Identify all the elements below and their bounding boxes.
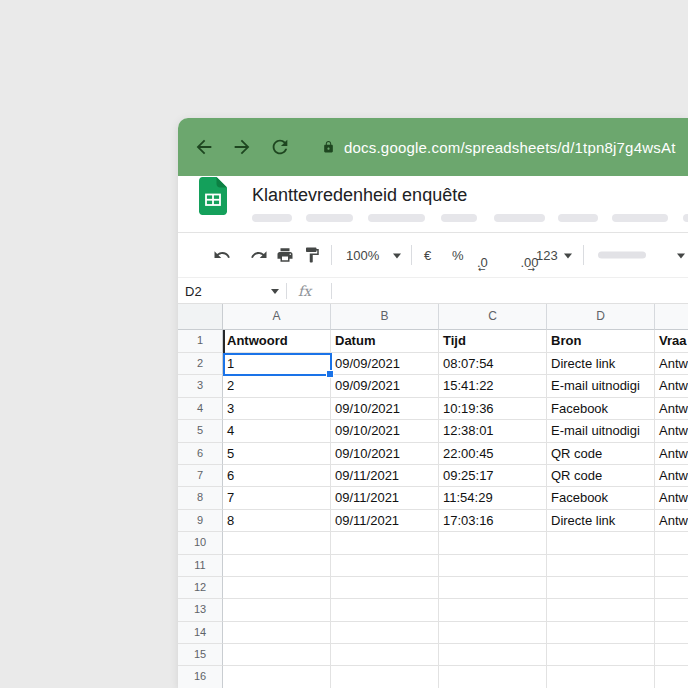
cell-D6[interactable]: QR code bbox=[547, 443, 655, 465]
menu-item-placeholder[interactable] bbox=[612, 214, 668, 222]
cell-A16[interactable] bbox=[223, 666, 331, 688]
cell-E6[interactable]: Antw bbox=[655, 443, 688, 465]
row-header-16[interactable]: 16 bbox=[178, 666, 223, 688]
row-header-9[interactable]: 9 bbox=[178, 510, 223, 532]
selected-cell-outline[interactable] bbox=[223, 353, 332, 376]
cell-A4[interactable]: 3 bbox=[223, 398, 331, 420]
cell-D12[interactable] bbox=[547, 577, 655, 599]
cell-A12[interactable] bbox=[223, 577, 331, 599]
select-all-corner[interactable] bbox=[178, 304, 223, 330]
number-format-button[interactable]: 123 bbox=[536, 247, 572, 262]
column-header-A[interactable]: A bbox=[223, 304, 331, 330]
cell-A6[interactable]: 5 bbox=[223, 443, 331, 465]
column-header-C[interactable]: C bbox=[439, 304, 547, 330]
row-header-11[interactable]: 11 bbox=[178, 555, 223, 577]
cell-B5[interactable]: 09/10/2021 bbox=[331, 420, 439, 442]
cell-A3[interactable]: 2 bbox=[223, 375, 331, 397]
row-header-1[interactable]: 1 bbox=[178, 330, 223, 353]
cell-E5[interactable]: Antw bbox=[655, 420, 688, 442]
cell-B1[interactable]: Datum bbox=[331, 330, 439, 353]
cell-B7[interactable]: 09/11/2021 bbox=[331, 465, 439, 487]
document-title[interactable]: Klanttevredenheid enquête bbox=[252, 185, 467, 206]
chevron-down-icon[interactable] bbox=[271, 289, 279, 294]
cell-C13[interactable] bbox=[439, 599, 547, 621]
cell-C3[interactable]: 15:41:22 bbox=[439, 375, 547, 397]
cell-A1[interactable]: Antwoord bbox=[223, 330, 331, 353]
row-header-4[interactable]: 4 bbox=[178, 398, 223, 420]
cell-C8[interactable]: 11:54:29 bbox=[439, 487, 547, 509]
cell-E11[interactable] bbox=[655, 555, 688, 577]
cell-B16[interactable] bbox=[331, 666, 439, 688]
column-header-E[interactable]: E bbox=[655, 304, 688, 330]
cell-D2[interactable]: Directe link bbox=[547, 353, 655, 375]
cell-C16[interactable] bbox=[439, 666, 547, 688]
cell-D1[interactable]: Bron bbox=[547, 330, 655, 353]
cell-D4[interactable]: Facebook bbox=[547, 398, 655, 420]
cell-A14[interactable] bbox=[223, 622, 331, 644]
cell-A13[interactable] bbox=[223, 599, 331, 621]
print-button[interactable] bbox=[276, 246, 294, 264]
cell-E4[interactable]: Antw bbox=[655, 398, 688, 420]
cell-D15[interactable] bbox=[547, 644, 655, 666]
cell-C10[interactable] bbox=[439, 532, 547, 554]
column-header-B[interactable]: B bbox=[331, 304, 439, 330]
cell-B11[interactable] bbox=[331, 555, 439, 577]
cell-C11[interactable] bbox=[439, 555, 547, 577]
row-header-6[interactable]: 6 bbox=[178, 443, 223, 465]
cell-B15[interactable] bbox=[331, 644, 439, 666]
cell-E12[interactable] bbox=[655, 577, 688, 599]
cell-B9[interactable]: 09/11/2021 bbox=[331, 510, 439, 532]
forward-icon[interactable] bbox=[231, 136, 253, 158]
cell-A5[interactable]: 4 bbox=[223, 420, 331, 442]
cell-B13[interactable] bbox=[331, 599, 439, 621]
percent-format-button[interactable]: % bbox=[452, 247, 464, 262]
cell-E1[interactable]: Vraa bbox=[655, 330, 688, 353]
menu-item-placeholder[interactable] bbox=[494, 214, 545, 222]
row-header-2[interactable]: 2 bbox=[178, 353, 223, 375]
cell-A11[interactable] bbox=[223, 555, 331, 577]
cell-D5[interactable]: E-mail uitnodigi bbox=[547, 420, 655, 442]
cell-C2[interactable]: 08:07:54 bbox=[439, 353, 547, 375]
cell-B6[interactable]: 09/10/2021 bbox=[331, 443, 439, 465]
cell-B8[interactable]: 09/11/2021 bbox=[331, 487, 439, 509]
more-dropdown-button[interactable] bbox=[677, 247, 685, 262]
cell-D9[interactable]: Directe link bbox=[547, 510, 655, 532]
cell-E15[interactable] bbox=[655, 644, 688, 666]
menu-item-placeholder[interactable] bbox=[252, 214, 292, 222]
cell-A15[interactable] bbox=[223, 644, 331, 666]
menu-item-placeholder[interactable] bbox=[368, 214, 425, 222]
cell-C15[interactable] bbox=[439, 644, 547, 666]
cell-A8[interactable]: 7 bbox=[223, 487, 331, 509]
cell-C6[interactable]: 22:00:45 bbox=[439, 443, 547, 465]
row-header-3[interactable]: 3 bbox=[178, 375, 223, 397]
cell-D16[interactable] bbox=[547, 666, 655, 688]
row-header-12[interactable]: 12 bbox=[178, 577, 223, 599]
cell-E7[interactable]: Antw bbox=[655, 465, 688, 487]
address-bar-url[interactable]: docs.google.com/spreadsheets/d/1tpn8j7g4… bbox=[344, 139, 676, 156]
row-header-15[interactable]: 15 bbox=[178, 644, 223, 666]
name-box[interactable]: D2 bbox=[185, 283, 202, 298]
cell-B2[interactable]: 09/09/2021 bbox=[331, 353, 439, 375]
cell-B14[interactable] bbox=[331, 622, 439, 644]
cell-A10[interactable] bbox=[223, 532, 331, 554]
menu-item-placeholder[interactable] bbox=[306, 214, 353, 222]
cell-A7[interactable]: 6 bbox=[223, 465, 331, 487]
cell-C4[interactable]: 10:19:36 bbox=[439, 398, 547, 420]
cell-C1[interactable]: Tijd bbox=[439, 330, 547, 353]
cell-E2[interactable]: Antw bbox=[655, 353, 688, 375]
back-icon[interactable] bbox=[193, 136, 215, 158]
cell-D14[interactable] bbox=[547, 622, 655, 644]
column-header-D[interactable]: D bbox=[547, 304, 655, 330]
row-header-10[interactable]: 10 bbox=[178, 532, 223, 554]
cell-A9[interactable]: 8 bbox=[223, 510, 331, 532]
cell-D10[interactable] bbox=[547, 532, 655, 554]
menu-item-placeholder[interactable] bbox=[558, 214, 598, 222]
row-header-7[interactable]: 7 bbox=[178, 465, 223, 487]
cell-E10[interactable] bbox=[655, 532, 688, 554]
formula-input[interactable] bbox=[340, 281, 684, 300]
cell-B10[interactable] bbox=[331, 532, 439, 554]
cell-D11[interactable] bbox=[547, 555, 655, 577]
cell-D7[interactable]: QR code bbox=[547, 465, 655, 487]
cell-B3[interactable]: 09/09/2021 bbox=[331, 375, 439, 397]
cell-C12[interactable] bbox=[439, 577, 547, 599]
